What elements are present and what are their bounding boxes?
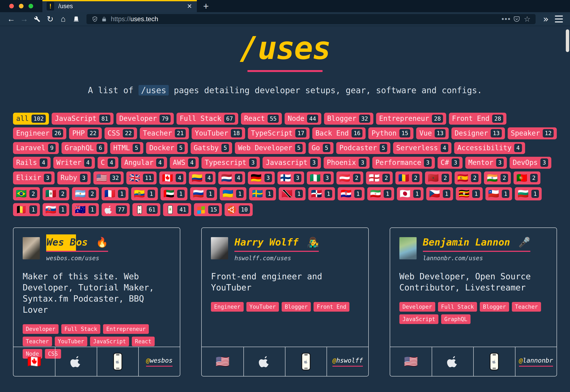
person-tag-javascript[interactable]: JavaScript	[399, 314, 439, 324]
filter-full-stack[interactable]: Full Stack67	[177, 113, 238, 125]
filter-react[interactable]: React55	[241, 113, 282, 125]
close-window-button[interactable]	[9, 4, 14, 8]
address-text[interactable]: https://uses.tech	[111, 15, 501, 23]
filter-argentina-flag[interactable]: 🇦🇷2	[72, 187, 99, 200]
filter-chile-flag[interactable]: 🇨🇱1	[486, 187, 512, 200]
filter-javascript[interactable]: Javascript3	[263, 157, 321, 169]
filter-podcaster[interactable]: Podcaster5	[336, 142, 390, 154]
overflow-chevrons-icon[interactable]: »	[540, 14, 552, 25]
filter-romania-flag[interactable]: 🇷🇴2	[395, 171, 422, 185]
person-tag-blogger[interactable]: Blogger	[282, 302, 311, 312]
filter-india-flag[interactable]: 🇮🇳2	[484, 171, 511, 185]
filter-typescript[interactable]: TypeScript17	[248, 127, 309, 139]
person-tag-teacher[interactable]: Teacher	[23, 336, 52, 346]
menu-hamburger-icon[interactable]	[553, 14, 565, 25]
filter-c[interactable]: C4	[97, 157, 118, 169]
person-tag-front-end[interactable]: Front End	[314, 302, 349, 312]
filter-ruby[interactable]: Ruby3	[57, 171, 91, 185]
filter-nigeria-flag[interactable]: 🇳🇬3	[307, 171, 334, 185]
filter-vue[interactable]: Vue13	[416, 127, 449, 139]
person-tag-react[interactable]: React	[132, 336, 154, 346]
filter-croatia-flag[interactable]: 🇭🇷1	[338, 187, 364, 200]
person-tag-full-stack[interactable]: Full Stack	[438, 302, 477, 312]
filter-russia-flag[interactable]: 🇷🇺1	[190, 187, 217, 200]
reload-button[interactable]: ↻	[44, 14, 56, 25]
person-tag-entrepreneur[interactable]: Entrepreneur	[103, 324, 149, 334]
filter-spain-flag[interactable]: 🇪🇸2	[455, 171, 481, 185]
filter-node[interactable]: Node44	[285, 113, 321, 125]
filter-docker[interactable]: Docker5	[146, 142, 188, 154]
filter-morocco-flag[interactable]: 🇲🇦2	[425, 171, 452, 185]
tab-close-button[interactable]: ×	[187, 2, 192, 10]
filter-apple-computer[interactable]: 77	[102, 203, 130, 216]
filter-back-end[interactable]: Back End16	[312, 127, 366, 139]
filter-phoenix[interactable]: Phoenix3	[324, 157, 369, 169]
filter-angular[interactable]: Angular4	[121, 157, 167, 169]
filter-c-sharp[interactable]: C#3	[438, 157, 462, 169]
person-tag-blogger[interactable]: Blogger	[480, 302, 509, 312]
filter-performance[interactable]: Performance3	[372, 157, 435, 169]
zoom-window-button[interactable]	[28, 4, 33, 8]
minimize-window-button[interactable]	[19, 4, 24, 8]
filter-youtuber[interactable]: YouTuber18	[192, 127, 245, 139]
filter-typescript[interactable]: Typescript3	[201, 157, 260, 169]
home-button[interactable]: ⌂	[57, 14, 69, 25]
filter-writer[interactable]: Writer4	[53, 157, 95, 169]
filter-front-end[interactable]: Front End28	[449, 113, 506, 125]
filter-australia-flag[interactable]: 🇦🇺1	[72, 203, 99, 216]
filter-windows[interactable]: 15	[194, 203, 222, 216]
person-tag-developer[interactable]: Developer	[23, 324, 58, 334]
filter-all[interactable]: all102	[13, 113, 49, 125]
filter-trinidad-flag[interactable]: 🇹🇹1	[279, 187, 306, 200]
filter-mentor[interactable]: Mentor3	[465, 157, 507, 169]
filter-dominican-republic-flag[interactable]: 🇩🇴1	[308, 187, 335, 200]
twitter-handle-link[interactable]: @lannonbr	[519, 357, 553, 367]
filter-html[interactable]: HTML5	[110, 142, 144, 154]
filter-ecuador-flag[interactable]: 🇪🇨1	[131, 187, 158, 200]
browser-tab[interactable]: ! /uses ×	[42, 0, 197, 12]
filter-portugal-flag[interactable]: 🇵🇹2	[514, 171, 541, 185]
filter-netherlands-flag[interactable]: 🇳🇱4	[218, 171, 245, 185]
filter-czech-flag[interactable]: 🇨🇿1	[426, 187, 453, 200]
filter-gatsby[interactable]: Gatsby5	[191, 142, 232, 154]
filter-go[interactable]: Go5	[308, 142, 334, 154]
person-tag-engineer[interactable]: Engineer	[211, 302, 243, 312]
filter-brazil-flag[interactable]: 🇧🇷2	[13, 187, 40, 200]
filter-austria-flag[interactable]: 🇦🇹2	[336, 171, 363, 185]
filter-android-phone[interactable]: 41	[163, 203, 191, 216]
filter-php[interactable]: PHP22	[69, 127, 102, 139]
filter-python[interactable]: Python15	[368, 127, 413, 139]
filter-france-flag[interactable]: 🇫🇷1	[102, 187, 128, 200]
filter-accessibility[interactable]: Accessibility4	[454, 142, 525, 154]
filter-entrepreneur[interactable]: Entrepreneur28	[376, 113, 446, 125]
filter-finland-flag[interactable]: 🇫🇮3	[278, 171, 304, 185]
person-tag-youtuber[interactable]: YouTuber	[246, 302, 279, 312]
filter-ubuntu[interactable]: 10	[224, 203, 253, 216]
filter-iphone[interactable]: 61	[132, 203, 161, 216]
library-icon[interactable]	[70, 14, 82, 25]
person-name-link[interactable]: Benjamin Lannon 🎤	[423, 237, 530, 252]
filter-belgium-flag[interactable]: 🇧🇪1	[13, 203, 40, 216]
twitter-handle-link[interactable]: @hswolff	[333, 357, 363, 367]
wrench-icon[interactable]	[31, 14, 43, 25]
person-tag-javascript[interactable]: JavaScript	[90, 336, 129, 346]
filter-bulgaria-flag[interactable]: 🇧🇬1	[515, 187, 542, 200]
filter-devops[interactable]: DevOps3	[510, 157, 551, 169]
person-tag-graphql[interactable]: GraphQL	[441, 314, 471, 324]
person-tag-full-stack[interactable]: Full Stack	[61, 324, 100, 334]
person-name-link[interactable]: Wes Bos 🔥	[46, 237, 108, 252]
filter-elixir[interactable]: Elixir3	[13, 171, 55, 185]
filter-teacher[interactable]: Teacher21	[140, 127, 189, 139]
filter-us-flag[interactable]: 🇺🇸32	[93, 171, 124, 185]
filter-japan-flag[interactable]: 🇯🇵1	[397, 187, 424, 200]
forward-button[interactable]: →	[18, 14, 30, 25]
person-tag-developer[interactable]: Developer	[399, 302, 435, 312]
filter-graphql[interactable]: GraphQL6	[61, 142, 107, 154]
bookmark-star-icon[interactable]: ☆	[523, 14, 532, 24]
url-bar[interactable]: https://uses.tech ••• ☆	[86, 14, 536, 24]
person-tag-youtuber[interactable]: YouTuber	[55, 336, 87, 346]
page-actions-icon[interactable]: •••	[501, 14, 511, 24]
filter-developer[interactable]: Developer79	[116, 113, 174, 125]
filter-laravel[interactable]: Laravel9	[13, 142, 59, 154]
filter-uk-flag[interactable]: 🇬🇧11	[126, 171, 157, 185]
